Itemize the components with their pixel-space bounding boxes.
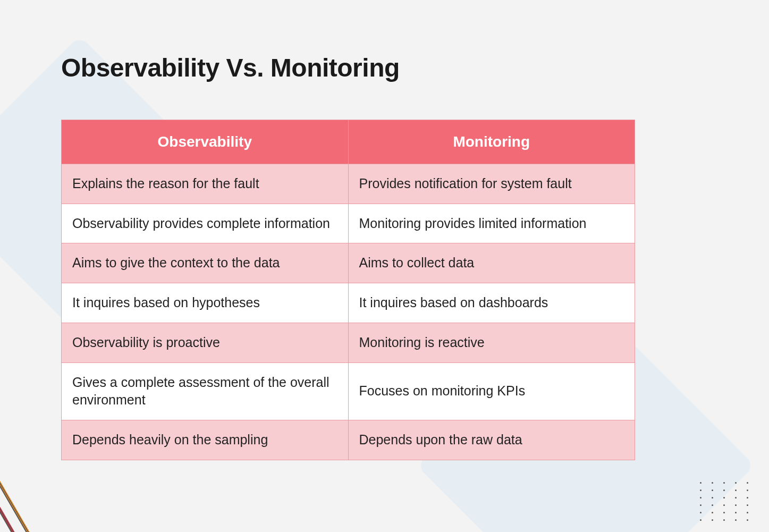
table-row: Explains the reason for the fault Provid… — [62, 164, 635, 204]
header-monitoring: Monitoring — [349, 120, 635, 164]
cell-observability: Gives a complete assessment of the overa… — [62, 363, 349, 421]
cell-observability: Depends heavily on the sampling — [62, 420, 349, 460]
table-row: Gives a complete assessment of the overa… — [62, 363, 635, 421]
cell-monitoring: Focuses on monitoring KPIs — [349, 363, 635, 421]
cell-monitoring: It inquires based on dashboards — [349, 283, 635, 323]
cell-monitoring: Depends upon the raw data — [349, 420, 635, 460]
table-row: Depends heavily on the sampling Depends … — [62, 420, 635, 460]
page-title: Observability Vs. Monitoring — [61, 53, 708, 82]
cell-observability: Aims to give the context to the data — [62, 243, 349, 283]
table-header-row: Observability Monitoring — [62, 120, 635, 164]
cell-monitoring: Monitoring is reactive — [349, 323, 635, 363]
cell-observability: Explains the reason for the fault — [62, 164, 349, 204]
cell-monitoring: Provides notification for system fault — [349, 164, 635, 204]
table-row: Aims to give the context to the data Aim… — [62, 243, 635, 283]
comparison-table: Observability Monitoring Explains the re… — [61, 120, 635, 460]
table-row: Observability is proactive Monitoring is… — [62, 323, 635, 363]
bg-decor-dots — [700, 482, 758, 527]
table-row: It inquires based on hypotheses It inqui… — [62, 283, 635, 323]
header-observability: Observability — [62, 120, 349, 164]
cell-observability: Observability provides complete informat… — [62, 204, 349, 244]
cell-observability: Observability is proactive — [62, 323, 349, 363]
bg-decor-lines — [0, 463, 69, 532]
table-row: Observability provides complete informat… — [62, 204, 635, 244]
cell-monitoring: Monitoring provides limited information — [349, 204, 635, 244]
cell-observability: It inquires based on hypotheses — [62, 283, 349, 323]
cell-monitoring: Aims to collect data — [349, 243, 635, 283]
